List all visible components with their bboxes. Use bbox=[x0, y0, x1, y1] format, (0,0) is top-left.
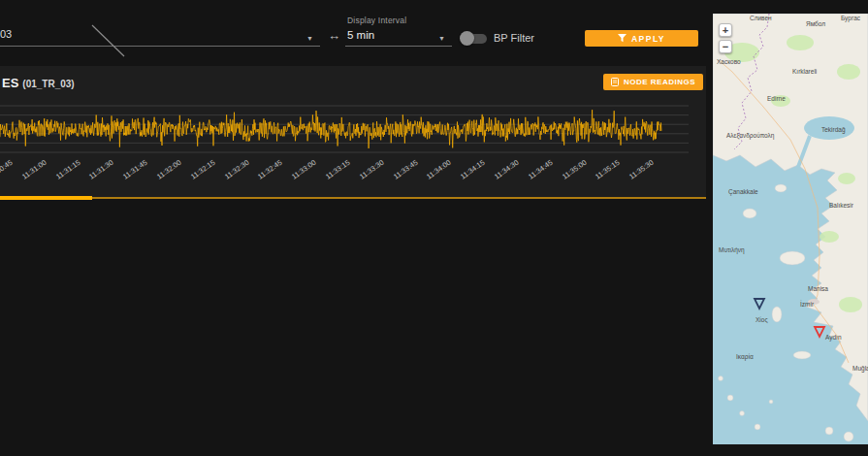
map-place-label: Хасково bbox=[717, 58, 741, 65]
interval-range-icon: ↔ bbox=[328, 28, 340, 43]
zoom-out-button[interactable]: − bbox=[719, 40, 732, 53]
apply-button[interactable]: APPLY bbox=[585, 30, 698, 47]
monitoring-dashboard: 03 ▼ ↔ Display Interval 5 min ▼ BP Filte… bbox=[0, 0, 868, 456]
active-tab-indicator bbox=[0, 196, 92, 200]
map-canvas: СливенЯмболБургасХасковоKırklareliEdirne… bbox=[713, 14, 868, 444]
map[interactable]: СливенЯмболБургасХасковоKırklareliEdirne… bbox=[713, 14, 868, 444]
map-place-label: Μυτιλήνη bbox=[719, 246, 745, 254]
node-readings-label: NODE READINGS bbox=[624, 78, 695, 86]
map-place-label: Balıkesir bbox=[829, 202, 854, 209]
node-readings-button[interactable]: NODE READINGS bbox=[603, 74, 703, 90]
interval-select-underline bbox=[345, 46, 452, 47]
panel-title-node: (01_TR_03) bbox=[22, 79, 74, 89]
bp-filter-toggle[interactable] bbox=[462, 34, 487, 44]
signal-chart bbox=[0, 105, 691, 153]
map-place-label: Ικαρία bbox=[736, 353, 754, 361]
node-chart-panel: ES(01_TR_03) NODE READINGS 11:30:4511:31… bbox=[0, 66, 706, 199]
diagonal-decoration bbox=[91, 24, 126, 59]
x-axis-ticks: 11:30:4511:31:0011:31:1511:31:3011:31:45… bbox=[0, 155, 706, 196]
panel-bottom-divider bbox=[0, 197, 706, 199]
map-place-label: İzmir bbox=[800, 300, 815, 308]
map-place-label: Kırklareli bbox=[792, 68, 817, 75]
map-place-label: Tekirdağ bbox=[821, 126, 846, 134]
node-select-underline bbox=[0, 46, 320, 47]
zoom-in-button[interactable]: + bbox=[719, 23, 732, 37]
display-interval-label: Display Interval bbox=[347, 16, 406, 25]
map-place-label: Aydın bbox=[825, 334, 842, 342]
panel-title: ES(01_TR_03) bbox=[2, 76, 75, 90]
map-place-label: Muğla bbox=[852, 365, 868, 373]
map-place-label: Çanakkale bbox=[728, 188, 758, 196]
apply-button-label: APPLY bbox=[631, 34, 665, 44]
bp-filter-label: BP Filter bbox=[494, 32, 534, 44]
map-place-label: Ямбол bbox=[806, 20, 825, 27]
map-place-label: Бургас bbox=[841, 15, 861, 22]
chevron-down-icon[interactable]: ▼ bbox=[438, 35, 445, 42]
map-place-label: Edirne bbox=[767, 95, 786, 102]
map-place-label: Сливен bbox=[750, 15, 772, 21]
map-place-label: Χίος bbox=[755, 316, 768, 324]
map-place-label: Manisa bbox=[808, 285, 828, 292]
filter-funnel-icon bbox=[618, 34, 627, 43]
panel-title-prefix: ES bbox=[2, 76, 18, 90]
map-place-label: Αλεξανδρούπολη bbox=[726, 132, 775, 140]
toggle-knob bbox=[460, 31, 474, 46]
document-icon bbox=[611, 78, 619, 86]
chevron-down-icon[interactable]: ▼ bbox=[306, 35, 313, 42]
node-select-value[interactable]: 03 bbox=[0, 28, 12, 40]
display-interval-select[interactable]: 5 min bbox=[347, 29, 374, 41]
